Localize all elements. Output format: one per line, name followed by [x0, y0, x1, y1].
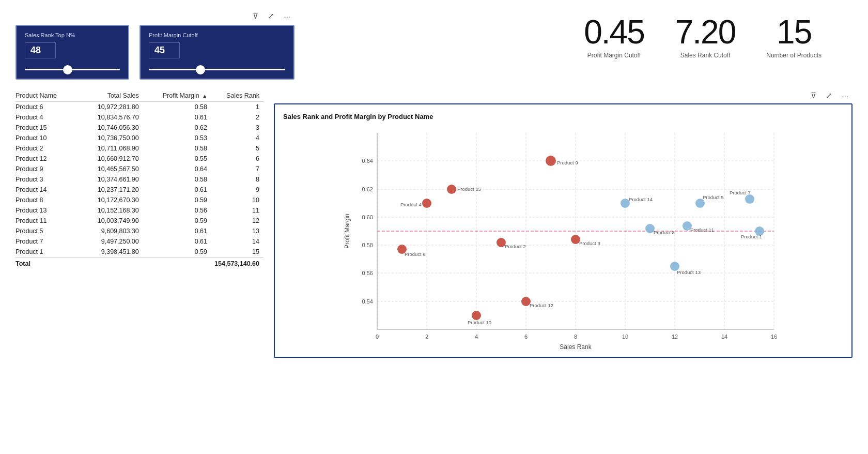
kpi-sales-rank: 7.20 Sales Rank Cutoff [675, 16, 736, 59]
svg-text:Product 7: Product 7 [730, 190, 751, 195]
table-cell: 10,172,670.30 [79, 195, 143, 205]
total-label: Total [16, 258, 79, 269]
svg-text:Product 15: Product 15 [457, 186, 481, 192]
table-cell: 0.59 [143, 216, 211, 226]
svg-text:Product 14: Product 14 [629, 196, 653, 202]
slicer-2-thumb[interactable] [196, 65, 205, 74]
table-cell: 0.61 [143, 112, 211, 123]
table-cell: Product 2 [16, 143, 79, 154]
col-product-name[interactable]: Product Name [16, 90, 79, 102]
table-row: Product 19,398,451.800.5915 [16, 247, 264, 258]
svg-text:Product 13: Product 13 [677, 269, 701, 275]
scatter-chart: 0.54 0.56 0.58 0.60 0.62 0.64 0 2 4 [283, 123, 843, 350]
table-cell: Product 7 [16, 236, 79, 247]
sales-rank-slicer: Sales Rank Top N% 48 [16, 25, 129, 80]
table-cell: 0.58 [143, 174, 211, 185]
slicer-1-value: 48 [25, 42, 56, 58]
table-row: Product 1010,736,750.000.534 [16, 133, 264, 143]
slicer-section: ⊽ ⤢ ··· Sales Rank Top N% 48 Profit Marg… [16, 10, 295, 80]
table-cell: Product 6 [16, 102, 79, 113]
table-cell: Product 10 [16, 133, 79, 143]
table-row: Product 1310,152,168.300.5611 [16, 205, 264, 216]
kpi-section: 0.45 Profit Margin Cutoff 7.20 Sales Ran… [305, 10, 853, 64]
col-total-sales[interactable]: Total Sales [79, 90, 143, 102]
expand-icon-chart[interactable]: ⤢ [824, 90, 834, 101]
table-cell: 10,237,171.20 [79, 185, 143, 195]
filter-icon-slicer[interactable]: ⊽ [251, 10, 260, 22]
slicer-2-title: Profit Margin Cutoff [149, 32, 285, 38]
table-cell: Product 5 [16, 226, 79, 236]
table-cell: 12 [211, 216, 264, 226]
svg-text:16: 16 [771, 334, 777, 340]
slicer-2-value: 45 [149, 42, 180, 58]
table-row: Product 59,609,803.300.6113 [16, 226, 264, 236]
point-product15[interactable] [447, 185, 456, 194]
point-product4[interactable] [422, 199, 431, 208]
point-product7[interactable] [745, 194, 754, 204]
table-cell: Product 11 [16, 216, 79, 226]
slicer-1-thumb[interactable] [63, 65, 72, 74]
table-row: Product 1510,746,056.300.623 [16, 123, 264, 133]
table-cell: 9 [211, 185, 264, 195]
table-cell: Product 1 [16, 247, 79, 258]
table-cell: 9,398,451.80 [79, 247, 143, 258]
svg-text:Product 6: Product 6 [405, 251, 426, 257]
dashboard: ⊽ ⤢ ··· Sales Rank Top N% 48 Profit Marg… [0, 0, 868, 368]
svg-text:0.62: 0.62 [362, 186, 373, 192]
svg-text:Profit Margin: Profit Margin [344, 214, 351, 249]
table-total-row: Total 154,573,140.60 [16, 258, 264, 269]
more-icon-slicer[interactable]: ··· [282, 11, 292, 22]
kpi-sales-rank-value: 7.20 [675, 16, 736, 49]
table-cell: 0.58 [143, 102, 211, 113]
svg-text:10: 10 [622, 334, 628, 340]
table-cell: 0.58 [143, 143, 211, 154]
table-cell: 8 [211, 174, 264, 185]
table-cell: 10,972,281.80 [79, 102, 143, 113]
svg-text:Product 12: Product 12 [530, 302, 553, 308]
svg-text:4: 4 [475, 334, 478, 340]
svg-text:12: 12 [672, 334, 678, 340]
col-profit-margin[interactable]: Profit Margin ▲ [143, 90, 211, 102]
table-cell: 0.53 [143, 133, 211, 143]
table-row: Product 610,972,281.800.581 [16, 102, 264, 113]
svg-text:Product 2: Product 2 [505, 244, 526, 249]
table-section: Product Name Total Sales Profit Margin ▲… [16, 90, 264, 269]
slicer-controls: ⊽ ⤢ ··· [16, 10, 295, 22]
table-cell: 10,746,056.30 [79, 123, 143, 133]
table-row: Product 210,711,068.900.585 [16, 143, 264, 154]
kpi-profit-margin: 0.45 Profit Margin Cutoff [584, 16, 644, 59]
svg-text:Product 11: Product 11 [690, 227, 714, 233]
kpi-num-products: 15 Number of Products [766, 16, 822, 59]
table-cell: Product 15 [16, 123, 79, 133]
svg-text:0: 0 [376, 334, 379, 340]
col-sales-rank[interactable]: Sales Rank [211, 90, 264, 102]
svg-text:Product 4: Product 4 [400, 202, 422, 207]
table-cell: 0.56 [143, 205, 211, 216]
top-row: ⊽ ⤢ ··· Sales Rank Top N% 48 Profit Marg… [16, 10, 853, 80]
table-row: Product 1410,237,171.200.619 [16, 185, 264, 195]
total-value: 154,573,140.60 [79, 258, 264, 269]
svg-text:2: 2 [425, 334, 428, 340]
table-cell: 4 [211, 133, 264, 143]
table-cell: 0.61 [143, 185, 211, 195]
chart-section: Sales Rank and Profit Margin by Product … [274, 103, 853, 358]
table-cell: 10,736,750.00 [79, 133, 143, 143]
table-cell: 10,711,068.90 [79, 143, 143, 154]
svg-text:Product 9: Product 9 [557, 160, 578, 165]
point-product10[interactable] [472, 311, 481, 320]
svg-text:Sales Rank: Sales Rank [560, 343, 592, 350]
slicer-2-track [149, 69, 285, 70]
table-cell: Product 9 [16, 164, 79, 174]
table-cell: 0.61 [143, 236, 211, 247]
more-icon-chart[interactable]: ··· [840, 90, 850, 101]
expand-icon-slicer[interactable]: ⤢ [266, 10, 276, 22]
table-cell: 10,660,912.70 [79, 154, 143, 164]
table-cell: 0.59 [143, 247, 211, 258]
point-product9[interactable] [546, 156, 556, 166]
table-cell: Product 3 [16, 174, 79, 185]
filter-icon-chart[interactable]: ⊽ [809, 90, 818, 101]
kpi-num-products-label: Number of Products [766, 52, 822, 59]
kpi-profit-margin-label: Profit Margin Cutoff [584, 52, 644, 59]
table-cell: 5 [211, 143, 264, 154]
kpi-profit-margin-value: 0.45 [584, 16, 644, 49]
